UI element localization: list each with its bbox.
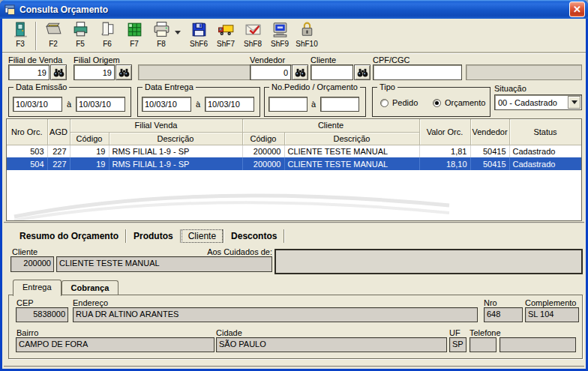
col-cliente[interactable]: Cliente (242, 119, 419, 132)
aos-cuidados-field (274, 249, 583, 274)
tab-cobranca[interactable]: Cobrança (62, 280, 119, 295)
cliente-input[interactable] (310, 64, 353, 80)
col-cliente-descricao[interactable]: Descrição (284, 132, 419, 145)
col-status[interactable]: Status (509, 119, 581, 145)
binoculars-icon (53, 67, 64, 78)
tab-entrega[interactable]: Entrega (13, 280, 62, 296)
print-preview-button[interactable]: F5 (67, 20, 94, 52)
open-folder-icon (44, 20, 63, 39)
bairro-label: Bairro (16, 328, 38, 337)
cell-fil-desc: RMS FILIAL 1-9 - SP (109, 145, 242, 157)
cliente-search-button[interactable] (354, 64, 370, 80)
endereco-label: Endereço (73, 298, 108, 307)
grid-row[interactable]: 503 227 19 RMS FILIAL 1-9 - SP 200000 CL… (7, 145, 581, 157)
cell-status: Cadastrado (509, 145, 581, 157)
filial-venda-label: Filial de Venda (8, 55, 62, 64)
address-tabs: Entrega Cobrança (13, 278, 118, 295)
close-button[interactable]: ✕ (569, 1, 585, 17)
col-filial-codigo[interactable]: Código (70, 132, 109, 145)
col-agd[interactable]: AGD (47, 119, 70, 145)
data-emissao-label: Data Emissão (14, 82, 69, 91)
col-nro-orc[interactable]: Nro Orc. (7, 119, 47, 145)
envelope-check-icon (244, 20, 262, 39)
filial-origem-label: Filial Origem (74, 55, 120, 64)
situacao-select[interactable]: 00 - Cadastrado (494, 94, 582, 110)
terminal-button[interactable]: ShF9 (266, 20, 293, 52)
cep-field: 5838000 (16, 307, 68, 322)
radio-pedido[interactable]: Pedido (380, 98, 418, 107)
data-entrega-to-input[interactable] (205, 97, 254, 112)
radio-orcamento[interactable]: Orçamento (433, 98, 485, 107)
vendedor-input[interactable] (250, 64, 291, 80)
mail-check-button[interactable]: ShF8 (239, 20, 266, 52)
data-entrega-group: Data Entrega à (137, 87, 260, 117)
open-button[interactable]: F2 (40, 20, 67, 52)
tab-descontos[interactable]: Descontos (224, 229, 284, 243)
truck-icon (217, 20, 236, 39)
nro-label: Nro (484, 298, 497, 307)
cpf-cgc-label: CPF/CGC (373, 55, 410, 64)
window-form-icon (4, 4, 16, 16)
computer-monitor-icon (271, 20, 290, 39)
filial-origem-input[interactable] (74, 64, 115, 80)
filial-venda-search-button[interactable] (50, 64, 67, 80)
col-valor-orc[interactable]: Valor Orc. (419, 119, 470, 145)
calc-grid-button[interactable]: F7 (121, 20, 148, 52)
data-emissao-from-input[interactable] (13, 97, 62, 112)
toolbar-key-label: F5 (76, 40, 85, 48)
pedido-from-input[interactable] (268, 97, 308, 112)
bairro-field: CAMPO DE FORA (16, 337, 214, 352)
print-button[interactable]: F8 (148, 20, 175, 52)
toolbar-key-label: F2 (49, 40, 58, 48)
aos-cuidados-label: Aos Cuidados de: (182, 247, 272, 256)
binoculars-icon (118, 67, 130, 78)
cell-agd: 227 (47, 145, 70, 157)
cliente-descricao-field (466, 64, 582, 80)
cell-fil-cod: 19 (70, 157, 109, 170)
save-button[interactable]: ShF6 (185, 20, 212, 52)
printer-page-icon (71, 20, 90, 39)
toolbar-key-label: ShF8 (244, 40, 262, 48)
col-filial-descricao[interactable]: Descrição (109, 132, 242, 145)
cell-vendedor: 50415 (470, 157, 509, 170)
cpf-cgc-input[interactable] (373, 64, 462, 80)
complemento-field: SL 104 (525, 307, 579, 322)
chevron-down-icon[interactable] (568, 96, 580, 109)
window-title: Consulta Orçamento (20, 4, 569, 15)
lock-button[interactable]: ShF10 (293, 20, 320, 52)
cliente-codigo-field: 200000 (10, 256, 54, 272)
binoculars-icon (295, 67, 306, 78)
toolbar-key-label: F7 (130, 40, 139, 48)
data-emissao-to-input[interactable] (76, 97, 125, 112)
pages-icon (98, 20, 117, 39)
detail-tabs: Resumo do Orçamento Produtos Cliente Des… (2, 226, 586, 245)
exit-button[interactable]: F3 (7, 20, 34, 52)
col-filial-venda[interactable]: Filial Venda (70, 119, 242, 132)
toolbar-key-label: F8 (157, 40, 166, 48)
filial-origem-search-button[interactable] (116, 64, 132, 80)
padlock-icon (298, 20, 316, 39)
filial-venda-input[interactable] (8, 64, 50, 80)
tab-cliente[interactable]: Cliente (182, 229, 223, 243)
radio-pedido-label: Pedido (392, 98, 418, 107)
cliente-label: Cliente (12, 247, 38, 256)
col-vendedor[interactable]: Vendedor (470, 119, 509, 145)
grid-row[interactable]: 504 227 19 RMS FILIAL 1-9 - SP 200000 CL… (7, 157, 581, 170)
delivery-button[interactable]: ShF7 (212, 20, 239, 52)
print-dropdown-arrow[interactable] (175, 31, 181, 34)
toolbar-key-label: F6 (103, 40, 112, 48)
data-entrega-from-input[interactable] (142, 97, 191, 112)
pages-button[interactable]: F6 (94, 20, 121, 52)
pedido-to-input[interactable] (320, 97, 359, 112)
col-cliente-codigo[interactable]: Código (242, 132, 284, 145)
pedido-orcamento-label: No.Pedido / Orçamento (269, 82, 360, 91)
cell-cli-desc: CLIENTE TESTE MANUAL (284, 145, 419, 157)
vendedor-label: Vendedor (250, 55, 285, 64)
endereco-field: RUA DR ALTINO ARANTES (73, 307, 478, 322)
vendedor-search-button[interactable] (292, 64, 308, 80)
tab-resumo-orcamento[interactable]: Resumo do Orçamento (13, 229, 125, 243)
cep-label: CEP (16, 298, 34, 307)
tab-produtos[interactable]: Produtos (127, 229, 180, 243)
cliente-section: Cliente 200000 CLIENTE TESTE MANUAL Aos … (2, 245, 586, 369)
tipo-group: Tipo Pedido Orçamento (372, 87, 490, 117)
